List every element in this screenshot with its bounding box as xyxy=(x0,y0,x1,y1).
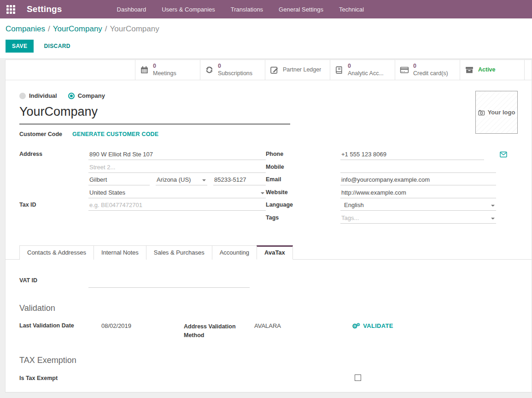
discard-button[interactable]: DISCARD xyxy=(44,43,70,49)
tab-contacts-addresses[interactable]: Contacts & Addresses xyxy=(19,245,94,260)
nav-menus: Dashboard Users & Companies Translations… xyxy=(109,0,372,18)
analytic-accounts-count: 0 xyxy=(348,63,384,70)
tax-id-placeholder: e.g. BE0477472701 xyxy=(89,202,142,208)
radio-individual-circle[interactable] xyxy=(19,93,26,99)
calendar-icon xyxy=(140,65,149,74)
country-select[interactable]: United States xyxy=(88,188,266,198)
company-logo-upload[interactable]: Your logo xyxy=(475,91,518,134)
validate-button[interactable]: ⚙⚙ VALIDATE xyxy=(352,322,393,329)
tax-exemption-section-heading: TAX Exemption xyxy=(19,356,518,365)
breadcrumb-yourcompany[interactable]: YourCompany xyxy=(53,24,102,33)
website-input[interactable]: http://www.example.com xyxy=(340,188,496,198)
active-label: Active xyxy=(478,66,496,74)
subscriptions-button[interactable]: 0 Subscriptions xyxy=(200,60,265,80)
last-validation-date-value[interactable]: 08/02/2019 xyxy=(101,322,184,329)
company-type-selector: Individual Company xyxy=(19,92,518,99)
refresh-icon xyxy=(205,65,214,74)
tab-avatax[interactable]: AvaTax xyxy=(257,245,293,260)
statusbar: 0 Meetings 0 Subscriptions xyxy=(6,60,532,80)
avatax-tab-panel: VAT ID Validation Last Validation Date 0… xyxy=(19,260,518,383)
breadcrumb-separator: / xyxy=(105,24,107,33)
tab-accounting[interactable]: Accounting xyxy=(212,245,257,260)
breadcrumb-companies[interactable]: Companies xyxy=(6,24,45,33)
control-panel: Companies/YourCompany/YourCompany SAVE D… xyxy=(0,18,532,58)
nav-menu-technical[interactable]: Technical xyxy=(331,0,372,18)
vat-id-input[interactable] xyxy=(88,277,250,288)
book-icon xyxy=(335,65,344,74)
meetings-count: 0 xyxy=(153,63,176,70)
meetings-button[interactable]: 0 Meetings xyxy=(135,60,200,80)
city-input[interactable]: Gilbert xyxy=(88,175,150,185)
radio-company-label: Company xyxy=(78,92,105,99)
radio-individual[interactable]: Individual xyxy=(19,92,57,99)
envelope-icon[interactable] xyxy=(500,151,507,158)
top-navbar: Settings Dashboard Users & Companies Tra… xyxy=(0,0,532,18)
app-title[interactable]: Settings xyxy=(27,4,62,14)
partner-ledger-button[interactable]: Partner Ledger xyxy=(265,60,330,80)
form-sheet: 0 Meetings 0 Subscriptions xyxy=(5,59,532,392)
is-tax-exempt-checkbox[interactable] xyxy=(355,374,361,381)
language-select[interactable]: English xyxy=(340,200,496,211)
nav-menu-translations[interactable]: Translations xyxy=(223,0,271,18)
address-validation-method-label: Address Validation Method xyxy=(184,322,254,340)
apps-grid-icon xyxy=(6,5,15,14)
tab-sales-purchases[interactable]: Sales & Purchases xyxy=(146,245,212,260)
credit-cards-label: Credit card(s) xyxy=(413,70,448,77)
smart-buttons: 0 Meetings 0 Subscriptions xyxy=(135,60,525,80)
tags-input[interactable]: Tags... xyxy=(340,213,496,224)
street2-input[interactable]: Street 2... xyxy=(88,162,266,173)
radio-company[interactable]: Company xyxy=(68,92,105,99)
tags-label: Tags xyxy=(266,213,340,221)
tax-id-input[interactable]: e.g. BE0477472701 xyxy=(88,200,266,211)
analytic-accounts-button[interactable]: 0 Analytic Acc... xyxy=(330,60,395,80)
address-validation-method-value[interactable]: AVALARA xyxy=(254,322,352,329)
archive-icon xyxy=(465,65,474,74)
chevron-down-icon xyxy=(491,218,495,220)
chevron-down-icon xyxy=(202,179,206,181)
credit-cards-button[interactable]: 0 Credit card(s) xyxy=(395,60,460,80)
street-input[interactable]: 890 W Elliot Rd Ste 107 xyxy=(88,149,266,160)
is-tax-exempt-label: Is Tax Exempt xyxy=(19,374,58,381)
partner-ledger-label: Partner Ledger xyxy=(283,66,321,74)
zip-input[interactable]: 85233-5127 xyxy=(213,175,266,185)
email-label: Email xyxy=(266,175,340,183)
phone-input[interactable]: +1 555 123 8069 xyxy=(340,149,484,160)
tags-placeholder: Tags... xyxy=(341,214,359,221)
street2-placeholder: Street 2... xyxy=(89,164,115,171)
meetings-label: Meetings xyxy=(153,70,176,77)
camera-icon xyxy=(478,109,485,116)
email-input[interactable]: info@yourcompany.example.com xyxy=(340,175,496,185)
tax-id-label: Tax ID xyxy=(19,200,88,208)
subscriptions-label: Subscriptions xyxy=(218,70,252,77)
breadcrumb-current: YourCompany xyxy=(110,24,159,33)
website-label: Website xyxy=(266,188,340,196)
tab-internal-notes[interactable]: Internal Notes xyxy=(94,245,146,260)
address-label: Address xyxy=(19,149,88,157)
language-label: Language xyxy=(266,200,340,208)
apps-menu-button[interactable] xyxy=(0,0,21,18)
company-name-input[interactable]: YourCompany xyxy=(19,105,290,125)
notebook-tabs: Contacts & Addresses Internal Notes Sale… xyxy=(6,245,532,260)
nav-menu-users-companies[interactable]: Users & Companies xyxy=(154,0,223,18)
breadcrumb-separator: / xyxy=(48,24,50,33)
active-toggle-button[interactable]: Active xyxy=(460,60,525,80)
radio-individual-label: Individual xyxy=(29,92,57,99)
last-validation-date-label: Last Validation Date xyxy=(19,322,101,329)
credit-cards-count: 0 xyxy=(413,63,448,70)
save-button[interactable]: SAVE xyxy=(6,40,34,53)
mobile-input[interactable] xyxy=(340,162,496,173)
nav-menu-general-settings[interactable]: General Settings xyxy=(271,0,331,18)
state-select[interactable]: Arizona (US) xyxy=(156,175,207,185)
validate-button-label: VALIDATE xyxy=(363,322,393,329)
chevron-down-icon xyxy=(491,205,495,207)
nav-menu-dashboard[interactable]: Dashboard xyxy=(109,0,154,18)
main-content-area: 0 Meetings 0 Subscriptions xyxy=(0,58,532,392)
edit-square-icon xyxy=(270,65,279,74)
subscriptions-count: 0 xyxy=(218,63,252,70)
radio-company-circle[interactable] xyxy=(68,93,75,99)
vat-id-label: VAT ID xyxy=(19,277,88,288)
chevron-down-icon xyxy=(261,192,264,194)
phone-label: Phone xyxy=(266,149,340,157)
analytic-accounts-label: Analytic Acc... xyxy=(348,70,384,77)
generate-customer-code-link[interactable]: GENERATE CUSTOMER CODE xyxy=(72,131,158,137)
